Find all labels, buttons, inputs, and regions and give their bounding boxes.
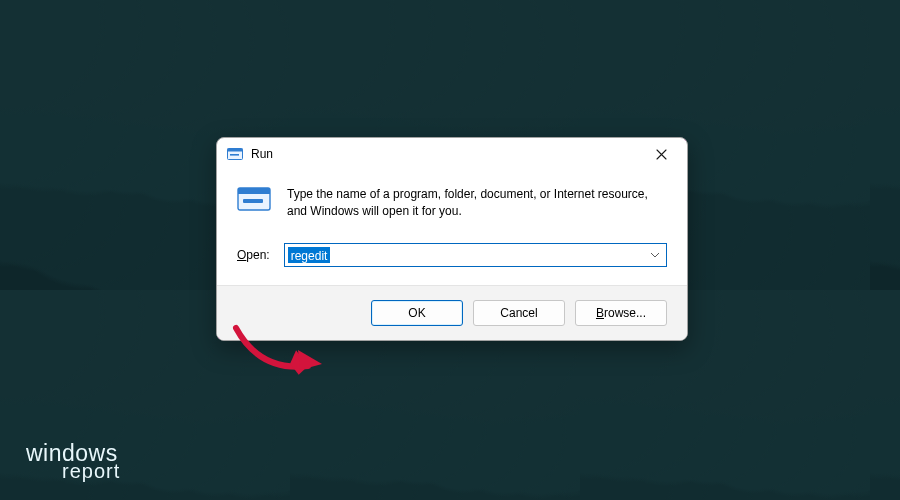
- svg-rect-1: [228, 149, 243, 152]
- ok-button[interactable]: OK: [371, 300, 463, 326]
- dialog-footer: OK Cancel Browse...: [217, 285, 687, 340]
- svg-rect-5: [243, 199, 263, 203]
- title-bar[interactable]: Run: [217, 138, 687, 170]
- close-button[interactable]: [641, 140, 681, 168]
- open-combobox[interactable]: regedit: [284, 243, 667, 267]
- run-icon: [237, 184, 271, 214]
- svg-rect-4: [238, 188, 270, 194]
- svg-marker-6: [298, 350, 322, 370]
- run-app-icon: [227, 146, 243, 162]
- cancel-button[interactable]: Cancel: [473, 300, 565, 326]
- browse-button[interactable]: Browse...: [575, 300, 667, 326]
- dialog-title: Run: [251, 147, 273, 161]
- chevron-down-icon: [650, 252, 660, 258]
- dialog-description: Type the name of a program, folder, docu…: [287, 184, 667, 221]
- run-dialog: Run Type the name of a program, folder, …: [216, 137, 688, 341]
- combobox-dropdown-button[interactable]: [644, 244, 666, 266]
- open-input[interactable]: [285, 244, 644, 266]
- close-icon: [656, 149, 667, 160]
- watermark-logo: windows report: [26, 443, 120, 480]
- open-label: Open:: [237, 248, 270, 262]
- svg-rect-2: [230, 154, 239, 156]
- dialog-body: Type the name of a program, folder, docu…: [217, 170, 687, 285]
- watermark-line2: report: [62, 462, 120, 480]
